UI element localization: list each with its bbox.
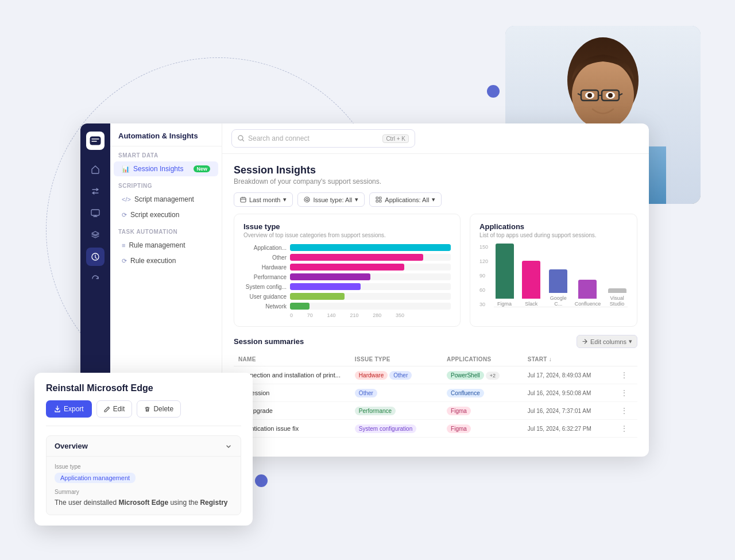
bar-fill [290,283,361,290]
col-actions [616,353,637,366]
row-menu-icon[interactable]: ⋮ [620,406,628,415]
overview-header[interactable]: Overview [47,436,241,456]
table-row[interactable]: AM upgrade Performance Figma Jul 16, 202… [234,402,637,420]
sidebar-icon-transfer[interactable] [86,182,105,200]
cell-actions[interactable]: ⋮ [616,402,637,420]
delete-button[interactable]: Delete [137,400,181,418]
nav-item-session-insights[interactable]: 📊 Session Insights New [114,161,218,176]
overview-content: Issue type Application management Summar… [47,456,241,515]
cell-actions[interactable]: ⋮ [616,384,637,402]
svg-point-13 [587,93,592,98]
svg-rect-27 [376,200,378,203]
table-header-row: Session summaries Edit columns ▾ [234,335,637,348]
cell-applications: PowerShell+2 [442,366,523,384]
cell-actions[interactable]: ⋮ [616,366,637,384]
filter-applications[interactable]: Applications: All ▾ [369,192,442,207]
y-axis: 150 120 90 60 30 [479,244,488,307]
sidebar-icon-home[interactable] [86,160,105,179]
app-bar [578,280,597,299]
app-bar [608,288,626,293]
cell-issue-type: Other [350,384,442,402]
edit-button[interactable]: Edit [96,400,133,418]
row-menu-icon[interactable]: ⋮ [620,388,628,397]
summary-text: The user deinstalled Microsoft Edge usin… [55,497,233,508]
bar-fill [290,264,404,271]
chevron-down-icon-3: ▾ [432,196,435,203]
bar-track [290,303,451,310]
nav-item-rule-execution[interactable]: ⟳ Rule execution [114,253,218,268]
bar-track [290,283,451,290]
bar-track [290,273,451,280]
issue-bar-row: Performance [243,273,451,280]
nav-header: Automation & Insights [110,123,222,146]
session-table: NAME ISSUE TYPE APPLICATIONS START ↓ Con… [234,353,637,438]
cell-start: Jul 17, 2024, 8:49:03 AM [523,366,616,384]
table-row[interactable]: uthentication issue fix System configura… [234,420,637,438]
app-badge: Confluence [447,389,484,397]
filter-icon [304,196,310,203]
sidebar-icon-automation[interactable] [86,248,105,266]
app-bar-group: Confluence [575,280,601,307]
row-menu-icon[interactable]: ⋮ [620,370,628,380]
table-row[interactable]: Connection and installation of print... … [234,366,637,384]
nav-item-script-execution[interactable]: ⟳ Script execution [114,207,218,222]
nav-item-script-management[interactable]: </> Script management [114,192,218,207]
chevron-down-icon: ▾ [283,196,287,203]
cell-issue-type: HardwareOther [350,366,442,384]
new-badge: New [194,165,210,172]
overview-section: Overview Issue type Application manageme… [46,435,241,515]
edit-columns-button[interactable]: Edit columns ▾ [577,335,637,348]
bar-label: Network [243,303,287,310]
app-chart: Applications List of top apps used durin… [470,214,637,327]
app-bar [496,244,514,299]
chevron-down-icon-4: ▾ [629,338,632,345]
cell-applications: Figma [442,402,523,420]
sidebar-icon-layers[interactable] [86,226,105,244]
app-bar-label: Slack [525,301,537,307]
session-insights-icon: 📊 [122,165,130,173]
app-bar [549,269,567,293]
svg-rect-25 [376,197,378,199]
cell-applications: Confluence [442,384,523,402]
issue-bar-row: Application... [243,244,451,251]
search-bar[interactable]: Search and connect Ctrl + K [231,129,415,148]
nav-item-rule-management[interactable]: ≡ Rule management [114,238,218,253]
svg-rect-28 [380,200,382,203]
svg-point-23 [304,197,310,202]
bar-fill [290,254,423,261]
reinstall-panel: Reinstall Microsoft Edge Export Edit Del… [34,373,253,526]
svg-point-14 [608,93,613,98]
sidebar-icon-monitor[interactable] [86,204,105,222]
bar-track [290,254,451,261]
col-issue-type: ISSUE TYPE [350,353,442,366]
nav-section-scripting: Scripting [110,177,222,191]
cell-actions[interactable]: ⋮ [616,420,637,438]
issue-chart-title: Issue type [243,222,451,231]
col-start: START ↓ [523,353,616,366]
filter-issue-type[interactable]: Issue type: All ▾ [297,192,365,207]
cell-start: Jul 16, 2024, 9:50:08 AM [523,384,616,402]
row-menu-icon[interactable]: ⋮ [620,424,628,433]
edit-icon [104,406,110,412]
export-button[interactable]: Export [46,400,92,418]
summary-label: Summary [55,489,233,495]
extra-badge: +2 [486,372,500,380]
search-placeholder: Search and connect [248,134,310,142]
calendar-icon [240,196,246,203]
issue-badge: Hardware [355,371,388,380]
cell-issue-type: System configuration [350,420,442,438]
table-row[interactable]: ew session Other Confluence Jul 16, 2024… [234,384,637,402]
sidebar-icon-refresh[interactable] [86,269,105,288]
bar-label: Performance [243,274,287,280]
sidebar-logo[interactable] [86,132,105,150]
content-area: Session Insights Breakdown of your compa… [222,154,649,457]
issue-badge: Performance [355,407,396,415]
cell-issue-type: Performance [350,402,442,420]
accent-dot-top [487,85,500,98]
panel-actions: Export Edit Delete [46,400,241,426]
page-subtitle: Breakdown of your company's support sess… [234,177,637,186]
filter-last-month[interactable]: Last month ▾ [234,192,293,207]
bar-track [290,264,451,271]
issue-type-chart: Issue type Overview of top issue categor… [234,214,461,327]
page-title: Session Insights [234,164,637,176]
